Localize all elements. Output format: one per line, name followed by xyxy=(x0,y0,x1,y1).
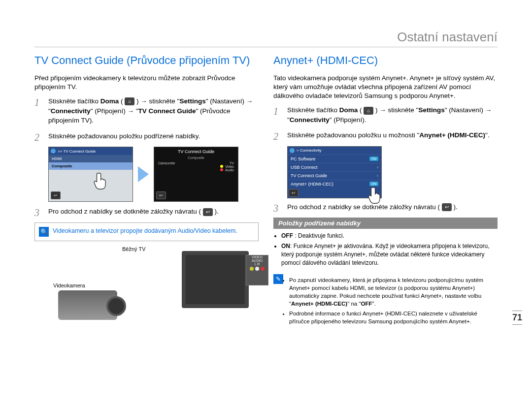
step-text: ". xyxy=(485,131,490,139)
magnifier-icon: 🔍 xyxy=(39,227,49,237)
menu-item-anynet[interactable]: Anynet+ (HDMI-CEC) ON xyxy=(288,180,381,188)
submenu-items: OFF : Deaktivuje funkci. ON: Funkce Anyn… xyxy=(281,232,498,267)
menu-item-tv-connect-guide[interactable]: TV Connect Guide › xyxy=(288,171,381,180)
ui-screenshot-guide: TV Connect Guide Composite Camcorder TV … xyxy=(154,147,238,202)
submenu-heading: Položky podřízené nabídky xyxy=(273,218,498,229)
chapter-title: Ostatní nastavení xyxy=(34,30,498,45)
panel-label: VIDEO xyxy=(252,255,263,259)
menu-item-composite[interactable]: Composite xyxy=(49,162,133,170)
globe-icon xyxy=(51,149,56,154)
row-label: TV Connect Guide xyxy=(291,173,327,178)
connection-diagram: Běžný TV Videokamera VIDEO AUDIO L R xyxy=(48,246,259,325)
on-badge: ON xyxy=(369,182,379,186)
step-text: Pro odchod z nabídky se dotkněte záložky… xyxy=(48,208,203,215)
plain: : Funkce Anynet+ je aktivována. Když je … xyxy=(281,243,490,266)
jack-white-icon xyxy=(255,267,259,271)
step-bold: Settings xyxy=(179,97,205,105)
tv-jack-panel: VIDEO AUDIO L R xyxy=(246,255,268,285)
label-audio: Audio xyxy=(225,168,234,172)
label-camcorder: Camcorder xyxy=(158,161,175,165)
intro-text: Tato videokamera podporuje systém Anynet… xyxy=(273,74,498,101)
step-bold: TV Connect Guide xyxy=(138,107,196,115)
back-button[interactable]: ↩ xyxy=(51,191,61,199)
left-column: TV Connect Guide (Průvodce připojením TV… xyxy=(34,54,259,336)
label-camcorder: Videokamera xyxy=(53,282,85,288)
step-text: " (Připojení). xyxy=(330,116,366,124)
label-video: Video xyxy=(225,165,234,168)
step-bold: Connectivity xyxy=(290,116,330,124)
back-button[interactable]: ↩ xyxy=(156,191,166,199)
submenu-off: OFF : Deaktivuje funkci. xyxy=(281,232,498,240)
camcorder-illustration xyxy=(58,290,117,320)
note-text: Videokameru a televizor propojte dodávan… xyxy=(53,227,237,237)
home-icon: ⌂ xyxy=(125,97,134,105)
step-text: ). xyxy=(213,208,219,215)
jack-audio-icon xyxy=(220,168,223,171)
return-icon: ↩ xyxy=(203,208,213,216)
return-icon: ↩ xyxy=(159,193,163,198)
step-1-left: Stiskněte tlačítko Doma ( ⌂ ) → stisknět… xyxy=(34,96,259,125)
step-bold: Anynet+ (HDMI-CEC) xyxy=(419,131,485,139)
ui-screenshot-connectivity: > Connectivity PC Software ON USB Connec… xyxy=(287,146,382,198)
step-text: ) → stiskněte " xyxy=(134,97,179,105)
menu-item-hdmi[interactable]: HDMI xyxy=(49,155,133,162)
bold: ON xyxy=(281,243,290,250)
step-3-right: Pro odchod z nabídky se dotkněte záložky… xyxy=(273,202,498,212)
jack-yellow-icon xyxy=(250,267,254,271)
step-text: ( xyxy=(119,97,125,105)
steps-list-left-cont: Pro odchod z nabídky se dotkněte záložky… xyxy=(34,207,259,217)
info-item-1: Po zapnutí videokamery, která je připoje… xyxy=(289,276,498,308)
row-label: Anynet+ (HDMI-CEC) xyxy=(291,182,333,187)
step-2-left: Stiskněte požadovanou položku podřízené … xyxy=(34,131,259,141)
bold: Anynet+ (HDMI-CEC) xyxy=(291,301,347,307)
section-heading-anynet: Anynet+ (HDMI-CEC) xyxy=(273,54,498,67)
info-bullets: Po zapnutí videokamery, která je připoje… xyxy=(289,276,498,328)
step-bold: Doma xyxy=(100,97,119,105)
breadcrumb: >> TV Connect Guide xyxy=(58,149,96,154)
step-bold: Connectivity xyxy=(51,107,91,115)
step-text: Stiskněte tlačítko xyxy=(48,97,100,105)
ui-screenshot-menu: >> TV Connect Guide HDMI Composite ↩ xyxy=(48,147,133,202)
plain: " na " xyxy=(347,301,361,307)
arrow-right-icon xyxy=(138,166,149,182)
step-text: Stiskněte požadovanou položku u možnosti… xyxy=(287,131,419,139)
tv-illustration: VIDEO AUDIO L R xyxy=(182,251,249,308)
step-text: ( xyxy=(358,106,364,114)
info-box: ✎ Po zapnutí videokamery, která je připo… xyxy=(273,272,498,332)
step-1-right: Stiskněte tlačítko Doma ( ⌂ ) → stisknět… xyxy=(273,105,498,125)
row-label: USB Connect xyxy=(291,165,318,170)
bold: OFF xyxy=(361,301,372,307)
panel-label: R xyxy=(257,262,260,266)
jack-red-icon xyxy=(261,267,265,271)
page-number: 71 xyxy=(512,309,522,326)
step-2-right: Stiskněte požadovanou položku u možnosti… xyxy=(273,130,498,140)
back-button[interactable]: ↩ xyxy=(289,189,299,197)
step-text: Stiskněte tlačítko xyxy=(287,106,339,114)
label-tv: TV xyxy=(230,161,234,165)
breadcrumb: > Connectivity xyxy=(297,148,321,153)
bold: OFF xyxy=(281,232,293,239)
section-heading-tv-connect: TV Connect Guide (Průvodce připojením TV… xyxy=(34,54,259,67)
menu-item-usb-connect[interactable]: USB Connect › xyxy=(288,163,381,171)
info-item-2: Podrobné informace o funkci Anynet+ (HDM… xyxy=(289,310,498,325)
plain: : Deaktivuje funkci. xyxy=(293,232,344,239)
globe-icon xyxy=(290,148,295,153)
label-tv: Běžný TV xyxy=(122,246,146,252)
step-text: Pro odchod z nabídky se dotkněte záložky… xyxy=(287,203,442,211)
right-column: Anynet+ (HDMI-CEC) Tato videokamera podp… xyxy=(273,54,498,336)
note-box: 🔍 Videokameru a televizor propojte dodáv… xyxy=(34,222,259,241)
horizontal-rule xyxy=(34,47,498,47)
steps-list-right: Stiskněte tlačítko Doma ( ⌂ ) → stisknět… xyxy=(273,105,498,140)
jack-video-icon xyxy=(220,165,223,168)
step-text: " (Připojení) → " xyxy=(91,107,138,115)
step-bold: Settings xyxy=(418,106,444,114)
on-badge: ON xyxy=(369,157,379,161)
panel-label: L xyxy=(255,262,257,266)
home-icon: ⌂ xyxy=(364,107,373,115)
step-text: ) → stiskněte " xyxy=(373,106,418,114)
return-icon: ↩ xyxy=(54,193,58,198)
screen-subtitle: Composite xyxy=(154,156,238,159)
menu-item-pc-software[interactable]: PC Software ON xyxy=(288,155,381,163)
step-bold: Doma xyxy=(339,106,358,114)
step-text: ). xyxy=(452,203,458,211)
